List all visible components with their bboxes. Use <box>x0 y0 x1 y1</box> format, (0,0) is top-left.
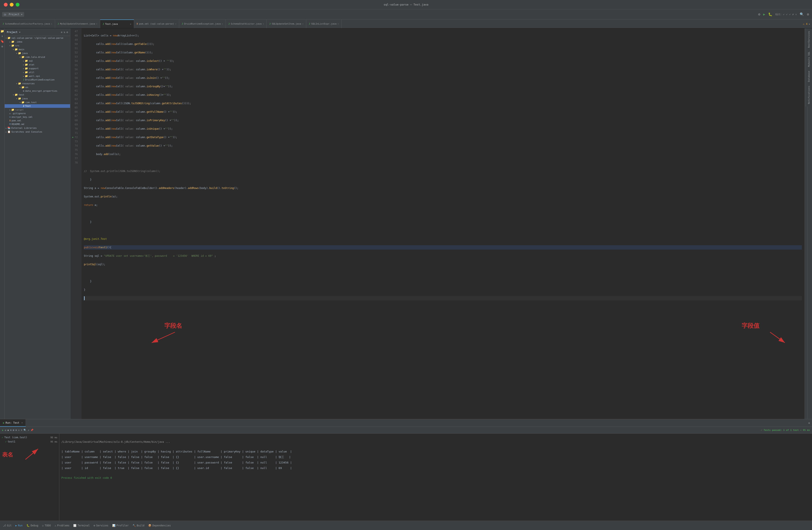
dependencies-label: Dependencies <box>153 524 171 527</box>
sidebar-item-java-main[interactable]: ▾ 📁 java <box>5 51 70 55</box>
commit-activity-icon[interactable]: ⬆ <box>1 34 3 38</box>
tab-druid[interactable]: J DruidRuntimeException.java ✕ <box>179 19 226 28</box>
tab-test[interactable]: J Test.java ✕ <box>100 19 134 28</box>
notifications-label[interactable]: Notifications <box>808 85 810 105</box>
sidebar-item-root[interactable]: ▾ 📁 sql-value-parse ~/git/sql-value-pars… <box>5 36 70 40</box>
project-activity-icon[interactable]: 📁 <box>0 29 4 33</box>
sidebar-item-com-lala[interactable]: ▾ 📁 com.lala.druid <box>5 55 70 59</box>
dependencies-status[interactable]: 📦 Dependencies <box>148 524 171 527</box>
bookmark-activity-icon[interactable]: 🔖 <box>0 40 4 43</box>
collapse-tree-button[interactable]: ⊟ <box>15 429 17 431</box>
sidebar-item-src[interactable]: ▾ 📁 src <box>5 44 70 47</box>
tab-close-icon[interactable]: ✕ <box>337 23 339 25</box>
java-file-icon: J <box>269 23 271 25</box>
structure-activity-icon[interactable]: ≡ <box>1 45 3 48</box>
rerun-button[interactable]: ↺ <box>5 429 6 431</box>
sidebar-item-idea[interactable]: ▸ 📁 .idea <box>5 40 70 44</box>
stop-button[interactable]: ◼ <box>8 429 9 431</box>
sidebar-item-util[interactable]: ▸ 📁 util <box>5 70 70 74</box>
sidebar-item-scratches[interactable]: ▸ 📋 Scratches and Consoles <box>5 130 70 134</box>
sort-button[interactable]: ↕ <box>18 429 20 431</box>
settings2-icon[interactable]: ⚙ <box>806 12 810 17</box>
services-status[interactable]: ⚙ Services <box>93 524 108 527</box>
sidebar-item-pom[interactable]: X pom.xml <box>5 119 70 123</box>
search-icon[interactable]: 🔍 <box>799 12 805 17</box>
code-line-62 <box>84 160 802 165</box>
tab-pom[interactable]: X pom.xml (sql-value-parse) ✕ <box>134 19 179 28</box>
maximize-button[interactable] <box>16 3 19 6</box>
sidebar-item-test[interactable]: ▾ 📁 test <box>5 93 70 97</box>
sidebar-item-support[interactable]: ▸ 📁 support <box>5 67 70 70</box>
database-label[interactable]: Database <box>808 70 810 83</box>
tab-mysql-update[interactable]: J MySqlUpdateStatement.java ✕ <box>55 19 100 28</box>
expand-tabs-icon[interactable]: ▸ <box>809 23 810 25</box>
test-item-class[interactable]: ✓ Test (com.test) 95 ms <box>0 435 59 440</box>
sidebar-item-main[interactable]: ▾ 📁 main <box>5 47 70 51</box>
sidebar-sort-icon[interactable]: ⇅ <box>64 31 65 34</box>
export-button[interactable]: ↗ <box>28 429 29 431</box>
tab-close-icon[interactable]: ✕ <box>51 23 52 25</box>
tab-close-icon[interactable]: ✕ <box>130 23 131 25</box>
settings-icon[interactable]: ⚙ <box>757 12 761 17</box>
debug-status[interactable]: 🐛 Debug <box>27 524 38 527</box>
tab-schema-resolve[interactable]: J SchemaResolveVisitorFactory.java ✕ <box>0 19 55 28</box>
tab-schema-stat[interactable]: J SchemaStatVisitor.java ✕ <box>226 19 267 28</box>
sidebar-item-java-test[interactable]: ▾ 📁 java <box>5 97 70 100</box>
sidebar-item-external-libs[interactable]: ▸ 📚 External Libraries <box>5 126 70 130</box>
bottom-tab-close-icon[interactable]: ✕ <box>21 421 23 424</box>
todo-status[interactable]: ☑ TODO <box>42 524 51 527</box>
sidebar-item-en[interactable]: ▾ 📁 en <box>5 85 70 89</box>
tab-close-icon[interactable]: ✕ <box>175 23 176 25</box>
sidebar-item-target[interactable]: ▸ 📁 target <box>5 108 70 112</box>
tab-close-icon[interactable]: ✕ <box>96 23 98 25</box>
build-status[interactable]: 🔨 Build <box>133 524 144 527</box>
tab-close-icon[interactable]: ✕ <box>302 23 304 25</box>
run-status[interactable]: ▶ Run <box>15 524 23 527</box>
tab-close-icon[interactable]: ✕ <box>222 23 223 25</box>
sidebar-collapse-icon[interactable]: ≡ <box>61 31 62 34</box>
minimize-button[interactable] <box>10 3 14 6</box>
left-activity-bar: 📁 ⬆ 🔖 ≡ <box>0 28 5 419</box>
sidebar-item-druid-exception[interactable]: J DruidRuntimeException <box>5 78 70 82</box>
java-file-icon: J <box>182 23 183 25</box>
sidebar-item-stat[interactable]: ▸ 📁 stat <box>5 63 70 67</box>
debug-icon[interactable]: 🐛 <box>767 12 773 17</box>
warnings-icon[interactable]: ⚠ 4 <box>803 23 808 25</box>
bottom-settings-icon[interactable]: ⚙ <box>806 419 812 427</box>
sidebar-item-test-class[interactable]: J Test <box>5 104 70 108</box>
sidebar-item-resources[interactable]: ▾ 📁 resources <box>5 82 70 85</box>
code-content[interactable]: List<Cell> cells = new ArrayList<>(); ce… <box>81 28 804 419</box>
sidebar-item-readme[interactable]: M README.md <box>5 123 70 126</box>
tab-close-icon[interactable]: ✕ <box>263 23 264 25</box>
terminal-status[interactable]: ⬜ Terminal <box>73 524 90 527</box>
expand-tree-button[interactable]: ⊞ <box>13 429 14 431</box>
bottom-tab-run[interactable]: ▶ Run: Test ✕ <box>0 419 26 427</box>
project-dropdown[interactable]: 🗂 Project ▾ <box>2 12 24 17</box>
sidebar-item-com-test[interactable]: ▾ 📁 com.test <box>5 100 70 104</box>
filter-button[interactable]: ▽ <box>21 429 22 431</box>
sidebar-item-label: Test <box>25 105 31 108</box>
search-console-button[interactable]: 🔍 <box>24 429 27 431</box>
sidebar-item-gitignore[interactable]: ⎄ .gitignore <box>5 112 70 115</box>
code-line-77: } <box>84 288 802 292</box>
sidebar-item-iml[interactable]: ≡ encrypt_key.iml <box>5 115 70 119</box>
profiler-status[interactable]: 📊 Profiler <box>112 524 129 527</box>
console-output[interactable]: /Library/Java/JavaVirtualMachines/zulu-8… <box>59 434 812 521</box>
pin-button[interactable]: 📌 <box>30 429 33 431</box>
sidebar-item-data-encrypt[interactable]: ⚙ data_encrypt.properties <box>5 89 70 93</box>
git-icon[interactable]: Git: ✓ ✓ ✓ ✗ ↑ <box>774 12 798 17</box>
close-button[interactable] <box>4 3 8 6</box>
sidebar-item-wallspi[interactable]: ▸ 📁 wall.spi <box>5 74 70 78</box>
rest-services-label[interactable]: RestServices <box>808 30 810 49</box>
toggle-expand-button[interactable]: ≡ <box>10 429 12 431</box>
git-status[interactable]: ⎇ Git <box>3 524 12 527</box>
tab-sql-list[interactable]: J SQLInListExpr.java ✕ <box>306 19 342 28</box>
tab-sql-update[interactable]: J SQLUpdateSetItem.java ✕ <box>267 19 306 28</box>
sidebar-item-sql[interactable]: ▸ 📁 sql <box>5 59 70 63</box>
run-button[interactable]: ▶ <box>2 429 4 431</box>
run-icon[interactable]: ▶ <box>763 12 766 17</box>
test-item-test1[interactable]: ✓ test1 95 ms <box>0 440 59 444</box>
mybatis-sql-label[interactable]: Mybaits SQL <box>808 50 810 68</box>
problems-status[interactable]: ⚠ Problems <box>55 524 70 527</box>
sidebar-settings-icon[interactable]: ⚙ <box>67 31 68 34</box>
